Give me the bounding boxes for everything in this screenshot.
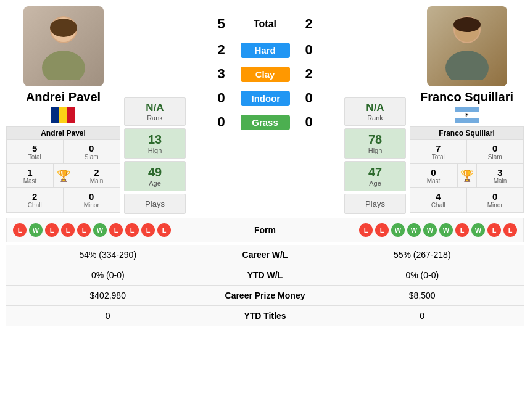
left-plays-box: Plays <box>124 194 186 214</box>
left-age-value: 49 <box>128 165 181 179</box>
left-total-label: Total <box>8 154 62 160</box>
hth-hard-row: 2 Hard 0 <box>189 42 341 58</box>
right-form-bubbles: LLWWWWLWLL <box>302 223 518 237</box>
right-chall-value: 4 <box>412 191 465 202</box>
form-bubble-l: L <box>61 223 75 237</box>
right-age-label: Age <box>349 179 402 187</box>
left-age-box: 49 Age <box>124 161 186 191</box>
left-trophy-row: 1 Mast 🏆 2 Main <box>7 164 120 188</box>
left-trophy-icon: 🏆 <box>54 164 73 187</box>
svg-point-5 <box>445 51 489 80</box>
hth-indoor-left: 0 <box>212 90 231 106</box>
right-trophy-icon: 🏆 <box>457 164 477 187</box>
right-total-cell: 7 Total <box>410 140 467 164</box>
left-middle-stats: N/A Rank 13 High 49 Age Plays <box>124 6 186 214</box>
svg-point-9 <box>470 27 474 30</box>
right-rank-box: N/A Rank <box>344 97 406 126</box>
form-bubble-l: L <box>125 223 139 237</box>
form-bubble-l: L <box>157 223 171 237</box>
hth-total-right: 2 <box>300 16 318 32</box>
hth-hard-right: 0 <box>300 42 318 58</box>
form-bubble-w: W <box>471 223 485 237</box>
form-section: LWLLLWLLLL Form LLWWWWLWLL <box>6 218 524 242</box>
right-middle-stats: N/A Rank 78 High 47 Age Plays <box>344 6 406 214</box>
left-plays-label: Plays <box>130 199 180 208</box>
left-form-bubbles: LWLLLWLLLL <box>13 223 228 237</box>
form-bubble-w: W <box>423 223 437 237</box>
top-section: Andrei Pavel Andrei Pavel 5 Total 0 Slam <box>6 6 524 214</box>
hth-total-left: 5 <box>212 16 231 32</box>
right-total-label: Total <box>412 154 465 160</box>
left-career-wl: 54% (334-290) <box>12 250 204 260</box>
form-bubble-w: W <box>29 223 43 237</box>
left-high-box: 13 High <box>124 128 186 159</box>
career-wl-row: 54% (334-290) Career W/L 55% (267-218) <box>6 245 524 265</box>
form-bubble-w: W <box>439 223 453 237</box>
form-bubble-l: L <box>141 223 155 237</box>
right-slam-value: 0 <box>468 143 523 154</box>
right-mast-label: Mast <box>412 178 455 184</box>
right-mast-value: 0 <box>412 167 455 178</box>
hth-hard-badge: Hard <box>241 43 290 58</box>
hth-clay-right: 2 <box>300 66 318 82</box>
hth-indoor-badge: Indoor <box>241 91 290 106</box>
left-player-flag <box>51 107 76 123</box>
hth-total-row: 5 Total 2 <box>189 16 341 32</box>
hth-clay-left: 3 <box>212 66 231 82</box>
form-bubble-l: L <box>455 223 469 237</box>
right-plays-label: Plays <box>350 199 400 208</box>
career-prize-label: Career Prize Money <box>204 290 327 300</box>
right-slam-label: Slam <box>468 154 523 160</box>
right-mast-cell: 0 Mast <box>410 164 457 187</box>
right-career-prize: $8,500 <box>327 290 518 300</box>
form-bubble-l: L <box>375 223 389 237</box>
left-player-name: Andrei Pavel <box>26 90 101 104</box>
right-rank-value: N/A <box>349 102 402 114</box>
right-player-stats-name: Franco Squillari <box>410 127 523 140</box>
form-label: Form <box>228 225 302 235</box>
left-rank-label: Rank <box>128 114 181 121</box>
right-total-value: 7 <box>412 143 465 154</box>
hth-hard-left: 2 <box>212 42 231 58</box>
form-bubble-l: L <box>13 223 27 237</box>
right-rank-label: Rank <box>349 114 402 121</box>
left-mast-value: 1 <box>8 167 52 178</box>
form-bubble-l: L <box>487 223 501 237</box>
form-bubble-l: L <box>45 223 59 237</box>
right-high-box: 78 High <box>344 128 406 159</box>
left-ytd-wl: 0% (0-0) <box>12 270 204 280</box>
main-container: Andrei Pavel Andrei Pavel 5 Total 0 Slam <box>0 0 530 332</box>
left-ytd-titles: 0 <box>12 311 204 321</box>
left-high-label: High <box>128 147 181 154</box>
left-age-label: Age <box>128 179 181 187</box>
left-mast-label: Mast <box>8 178 52 184</box>
hth-clay-badge: Clay <box>241 67 290 82</box>
right-player-stats: Franco Squillari 7 Total 0 Slam 0 Mast <box>410 126 524 213</box>
svg-point-1 <box>42 51 85 80</box>
left-total-value: 5 <box>8 143 62 154</box>
svg-point-8 <box>460 27 464 30</box>
right-high-label: High <box>349 147 402 154</box>
left-slam-cell: 0 Slam <box>64 140 120 164</box>
right-trophy-row: 0 Mast 🏆 3 Main <box>410 164 523 188</box>
left-player-photo <box>23 6 104 86</box>
left-high-value: 13 <box>128 133 181 147</box>
right-slam-cell: 0 Slam <box>467 140 524 164</box>
left-career-prize: $402,980 <box>12 290 204 300</box>
hth-grass-right: 0 <box>300 114 318 130</box>
svg-point-3 <box>50 19 77 37</box>
career-wl-label: Career W/L <box>204 250 327 260</box>
hth-total-label: Total <box>241 19 290 30</box>
hth-clay-row: 3 Clay 2 <box>189 66 341 82</box>
form-bubble-l: L <box>503 223 517 237</box>
hth-grass-row: 0 Grass 0 <box>189 114 341 130</box>
ytd-titles-row: 0 YTD Titles 0 <box>6 306 524 326</box>
left-rank-value: N/A <box>128 102 181 114</box>
form-bubble-l: L <box>109 223 123 237</box>
left-main-value: 2 <box>75 167 118 178</box>
right-player-photo <box>427 6 507 86</box>
right-chall-label: Chall <box>412 202 465 208</box>
left-player-stats-name: Andrei Pavel <box>7 127 120 140</box>
left-chall-label: Chall <box>8 202 62 208</box>
right-career-wl: 55% (267-218) <box>327 250 518 260</box>
